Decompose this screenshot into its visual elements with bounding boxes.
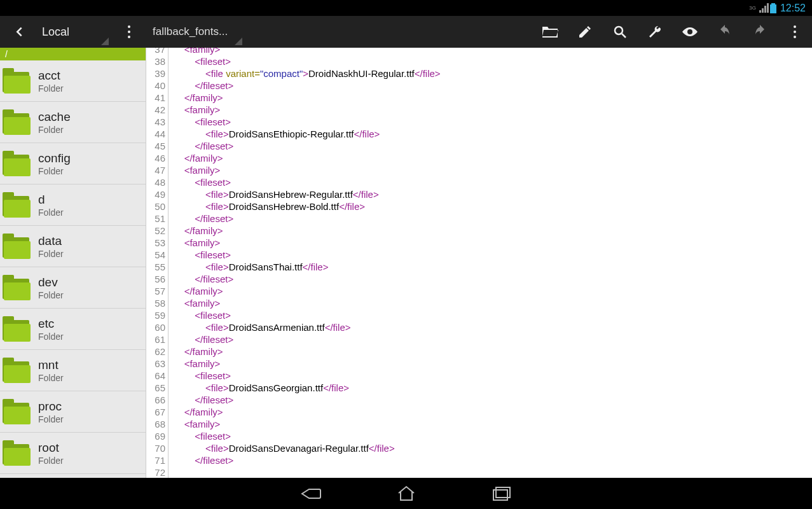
sidebar-item[interactable]: dataFolder [0,226,146,267]
status-bar: 3G 12:52 [0,0,812,16]
folder-type: Folder [38,456,64,466]
folder-icon [3,440,33,466]
folder-icon [3,358,33,383]
sidebar-item[interactable]: devFolder [0,267,146,309]
back-button[interactable] [0,16,38,48]
network-type-label: 3G [749,5,756,11]
sidebar-item[interactable]: etcFolder [0,309,146,350]
code-editor[interactable]: 37 38 39 40 41 42 43 44 45 46 47 48 49 5… [146,48,812,478]
battery-icon [770,3,776,13]
sidebar-item[interactable]: mntFolder [0,350,146,391]
undo-button[interactable] [707,16,742,48]
sidebar-item[interactable]: dFolder [0,185,146,226]
folder-icon [3,234,33,259]
preview-button[interactable] [672,16,707,48]
folder-name: d [38,193,64,207]
nav-home-button[interactable] [387,481,425,506]
dropdown-indicator-icon [235,38,242,45]
folder-icon [3,316,33,342]
redo-button[interactable] [742,16,777,48]
toolbar: Local fallback_fonts... [0,16,812,48]
folder-type: Folder [38,290,64,300]
folder-type: Folder [38,249,64,259]
file-tab[interactable]: fallback_fonts... [146,16,245,48]
folder-icon [3,151,33,176]
sidebar-item[interactable]: procFolder [0,391,146,433]
svg-point-0 [128,25,130,28]
folder-type: Folder [38,207,64,218]
search-button[interactable] [602,16,637,48]
folder-name: proc [38,400,64,414]
folder-icon [3,399,33,424]
code-content[interactable]: <family> <fileset> <file variant="compac… [169,48,812,478]
svg-point-4 [794,25,796,28]
folder-name: root [38,441,64,455]
sidebar-item[interactable]: configFolder [0,143,146,185]
svg-point-3 [615,27,623,34]
folder-icon [3,109,33,135]
sidebar-item[interactable]: cacheFolder [0,102,146,143]
svg-point-5 [794,31,796,33]
file-sidebar[interactable]: / acctFoldercacheFolderconfigFolderdFold… [0,48,146,478]
line-gutter: 37 38 39 40 41 42 43 44 45 46 47 48 49 5… [146,48,169,478]
clock: 12:52 [780,3,806,14]
source-spinner[interactable]: Local [38,16,111,48]
folder-name: config [38,151,71,165]
sidebar-overflow-button[interactable] [111,16,146,48]
svg-point-6 [794,36,796,38]
svg-point-2 [128,36,130,38]
tools-button[interactable] [637,16,672,48]
source-label: Local [42,25,69,39]
edit-button[interactable] [567,16,602,48]
folder-type: Folder [38,373,64,383]
file-tab-label: fallback_fonts... [153,25,228,38]
open-folder-button[interactable] [532,16,567,48]
folder-icon [3,192,33,218]
current-path: / [0,48,146,60]
overflow-button[interactable] [777,16,812,48]
folder-name: dev [38,275,64,289]
folder-type: Folder [38,414,64,424]
folder-name: etc [38,317,64,331]
nav-back-button[interactable] [292,481,330,506]
folder-type: Folder [38,83,64,94]
folder-icon [3,275,33,300]
sidebar-item[interactable]: rootFolder [0,433,146,474]
nav-recents-button[interactable] [483,481,521,506]
folder-name: data [38,234,64,248]
folder-name: cache [38,110,71,124]
folder-name: mnt [38,358,64,372]
signal-icon [759,3,769,13]
sidebar-item[interactable]: acctFolder [0,60,146,102]
folder-icon [3,68,33,94]
folder-name: acct [38,69,64,83]
svg-point-1 [128,31,130,33]
folder-type: Folder [38,331,64,342]
system-nav-bar [0,478,812,509]
folder-type: Folder [38,166,71,176]
folder-type: Folder [38,125,71,135]
dropdown-indicator-icon [101,38,109,45]
